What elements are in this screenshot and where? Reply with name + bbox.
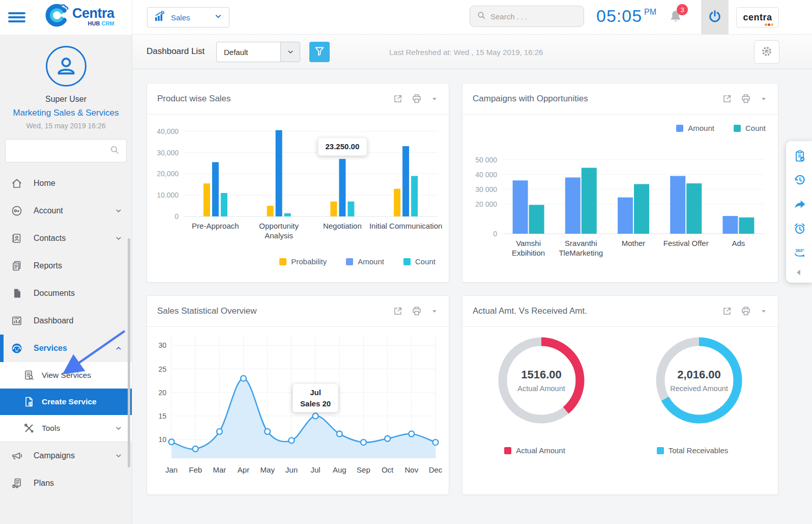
sidebar-item-services[interactable]: Services (0, 335, 132, 362)
quick-actions-panel: 360° (786, 141, 812, 283)
share-icon[interactable] (793, 197, 807, 211)
chevron-down-icon (114, 207, 123, 215)
sidebar-item-reports[interactable]: Reports (0, 252, 132, 280)
sidebar-item-view-services[interactable]: View Services (0, 362, 132, 389)
card-campaigns-with-opportunities: Campaigns with Opportunities AmountCount… (462, 83, 778, 283)
caret-down-icon[interactable] (760, 307, 768, 315)
svg-text:Nov: Nov (404, 465, 418, 474)
alarm-clock-icon[interactable] (793, 222, 807, 236)
centra-partner-logo: centra (736, 7, 779, 27)
filter-button[interactable] (309, 42, 330, 62)
partner-logo-dots (765, 23, 773, 26)
print-icon[interactable] (740, 93, 751, 104)
svg-text:Analysis: Analysis (265, 231, 293, 240)
open-external-icon[interactable] (722, 306, 732, 316)
sidebar-item-home[interactable]: Home (0, 170, 132, 197)
user-role[interactable]: Marketing Sales & Services (0, 108, 132, 118)
open-external-icon[interactable] (393, 306, 403, 316)
sidebar-item-account[interactable]: Account (0, 197, 132, 225)
open-external-icon[interactable] (722, 94, 732, 104)
dashboard-select[interactable]: Default (216, 42, 300, 62)
print-icon[interactable] (740, 306, 751, 317)
sidebar-item-plans[interactable]: Plans (0, 470, 132, 497)
chevron-up-icon (114, 344, 123, 352)
user-datetime: Wed, 15 may 2019 16:26 (0, 122, 132, 130)
campaigns-opportunities-chart: 020 00030 00040 00050 000VamshiExbihitio… (462, 115, 778, 272)
user-profile: Super User Marketing Sales & Services We… (0, 35, 132, 130)
plans-icon (10, 477, 23, 489)
notifications-button[interactable]: 3 (668, 8, 688, 29)
sidebar-item-dashboard[interactable]: Dashboard (0, 307, 132, 335)
donut-value: 1516.00 (521, 368, 562, 381)
centrahub-crm-app: Centra HUB CRM $ Sales (0, 0, 812, 524)
svg-text:30,000: 30,000 (157, 149, 179, 157)
view-services-icon (22, 369, 36, 381)
sidebar-item-documents[interactable]: Documents (0, 280, 132, 307)
chevron-down-icon (280, 42, 300, 62)
sidebar-item-campaigns[interactable]: Campaigns (0, 442, 132, 470)
sidebar: Super User Marketing Sales & Services We… (0, 35, 132, 524)
logout-power-button[interactable] (701, 0, 729, 35)
svg-text:Vamshi: Vamshi (516, 239, 541, 247)
app-logo[interactable]: Centra HUB CRM (44, 2, 114, 31)
clipboard-check-icon[interactable] (793, 149, 807, 163)
svg-text:Festival Offer: Festival Offer (663, 239, 709, 247)
svg-text:10: 10 (158, 435, 166, 444)
home-icon (10, 177, 23, 189)
svg-text:25: 25 (158, 365, 166, 373)
module-selector-dropdown[interactable]: $ Sales (147, 7, 229, 27)
legend-item: Amount (676, 124, 714, 132)
legend-swatch (346, 258, 353, 265)
legend-item: Probability (279, 257, 327, 266)
settings-button[interactable] (754, 40, 779, 64)
caret-down-icon[interactable] (430, 95, 439, 103)
clock-time: 05:05 (596, 6, 642, 25)
svg-text:20 000: 20 000 (475, 200, 497, 208)
chart-legend: Total Receivables (657, 446, 742, 455)
collapse-panel-icon[interactable] (793, 266, 807, 281)
dashboard-chart-icon (10, 315, 23, 327)
svg-text:30 000: 30 000 (475, 185, 497, 194)
dashboard-list-label: Dashboard List (147, 46, 205, 57)
svg-text:20,000: 20,000 (157, 170, 179, 178)
sidebar-item-tools[interactable]: Tools (0, 415, 132, 442)
sidebar-search (5, 139, 127, 162)
card-actual-vs-received: Actual Amt. Vs Received Amt. 1516.00 Act… (462, 295, 778, 495)
services-submenu: View Services Create Service Tools (0, 362, 132, 442)
svg-text:Jul: Jul (310, 465, 320, 474)
hamburger-menu-button[interactable] (8, 10, 27, 25)
svg-text:Opportunity: Opportunity (259, 222, 299, 230)
open-external-icon[interactable] (393, 94, 403, 104)
card-sales-statistical-overview: Sales Statistical Overview 1015202530Jan… (147, 295, 449, 495)
sidebar-item-create-service[interactable]: Create Service (0, 389, 132, 415)
avatar[interactable] (46, 46, 86, 87)
svg-text:Apr: Apr (238, 465, 249, 474)
svg-text:Pre-Approach: Pre-Approach (192, 222, 239, 230)
caret-down-icon[interactable] (430, 307, 439, 315)
legend-item: Actual Amount (504, 446, 565, 455)
tools-icon (22, 422, 36, 434)
donut-label: Actual Amount (517, 384, 565, 393)
sidebar-search-input[interactable] (12, 147, 109, 155)
app-logo-swirl-icon (44, 2, 70, 31)
global-search-input[interactable] (490, 12, 572, 21)
svg-text:Jan: Jan (165, 465, 178, 474)
svg-text:Ads: Ads (732, 239, 745, 247)
funnel-icon (313, 45, 326, 59)
svg-text:0: 0 (175, 212, 179, 220)
clock: 05:05PM (596, 6, 656, 26)
print-icon[interactable] (411, 306, 422, 317)
main-content: Dashboard List Default Last Refreshed at… (132, 35, 812, 524)
card-title: Campaigns with Opportunities (473, 94, 722, 104)
caret-down-icon[interactable] (760, 95, 768, 103)
view-360-icon[interactable]: 360° (793, 246, 807, 260)
brand-name: Centra (72, 7, 114, 20)
module-selector-value: Sales (171, 13, 214, 22)
legend-swatch (279, 258, 286, 265)
svg-text:Mar: Mar (213, 465, 226, 474)
clock-period: PM (644, 8, 656, 16)
sidebar-scrollbar[interactable] (128, 238, 130, 467)
print-icon[interactable] (411, 93, 422, 104)
history-icon[interactable] (793, 173, 807, 187)
sidebar-item-contacts[interactable]: Contacts (0, 225, 132, 252)
